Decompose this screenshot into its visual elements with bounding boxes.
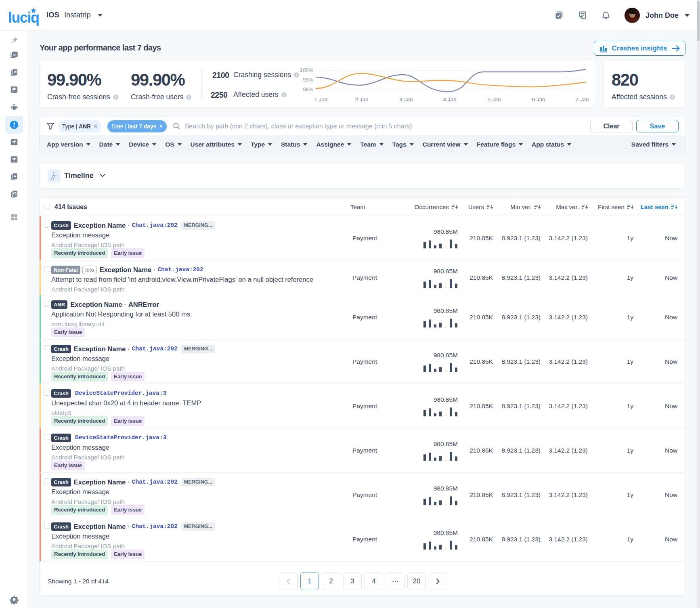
svg-text:1 Jan: 1 Jan [314, 96, 327, 103]
svg-text:4 Jan: 4 Jan [443, 96, 456, 103]
svg-text:5 Jan: 5 Jan [487, 96, 501, 103]
svg-text:100%: 100% [300, 67, 314, 73]
svg-text:7 Jan: 7 Jan [575, 96, 589, 103]
svg-text:3 Jan: 3 Jan [399, 96, 413, 103]
svg-text:6 Jan: 6 Jan [532, 96, 545, 103]
svg-text:2 Jan: 2 Jan [355, 96, 368, 103]
svg-text:96%: 96% [303, 86, 313, 92]
svg-text:99%: 99% [303, 77, 313, 83]
